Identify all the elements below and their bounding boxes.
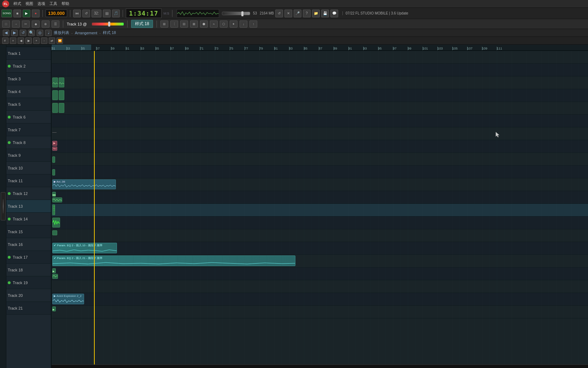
draw-tool-btn[interactable]: □ [2,21,10,28]
menu-item-options[interactable]: 选项 [37,1,45,6]
beat-display[interactable]: 32: [92,10,101,17]
clip-20-1[interactable]: ▶ Avicii Explosion 2_2 [52,294,84,304]
track-row-4[interactable]: Track 4 [6,85,51,98]
grid-row-18[interactable]: ▶ [52,268,588,280]
loop-region-btn[interactable]: ⇌ [49,38,55,44]
grid-row-6[interactable] [52,115,588,127]
tool-2[interactable]: × [10,38,16,44]
mic-btn[interactable]: 🎤 [294,10,301,17]
grid-row-8[interactable]: ▶ [52,140,588,153]
zoom-out-btn[interactable]: - [41,38,47,44]
nav-search-btn[interactable]: 🔍 [28,30,35,36]
grid-row-5[interactable] [52,102,588,115]
zoom-in-btn[interactable]: + [33,38,40,44]
h-scrollbar[interactable] [52,364,588,368]
clip-3-2[interactable] [59,77,64,87]
master-vol-slider[interactable] [222,12,250,15]
grid-row-9[interactable] [52,153,588,166]
grid-row-4[interactable] [52,89,588,102]
track-row-16[interactable]: Track 16 [6,238,51,251]
track-row-2[interactable]: Track 2 [6,60,51,73]
nav-metronome-btn[interactable]: ♩ [45,30,52,36]
fx-btn[interactable]: ⬢ [200,21,208,28]
grid-row-13[interactable] [52,204,588,217]
clip-17-eq[interactable]: ✔ Param. EQ 2 - 插入 21 - 频段 7 频率 [52,255,295,266]
clip-14-1[interactable] [52,218,60,228]
clip-12-1[interactable]: ▶▶ [52,192,56,197]
loop-button[interactable]: ↺ [82,10,90,17]
track-row-14[interactable]: Track 14 [6,213,51,225]
grid-btn[interactable]: ⊞ [160,21,168,28]
clip-9-1[interactable] [52,156,55,163]
track-row-6[interactable]: Track 6 [6,111,51,123]
grid-row-10[interactable] [52,166,588,178]
menu-item-tools[interactable]: 工具 [49,1,57,6]
track-row-21[interactable]: Track 21 [6,302,51,315]
clip-15-1[interactable] [52,230,57,235]
track-row-1[interactable]: Track 1 [6,47,51,60]
scroll-left-btn[interactable]: ◀ [18,38,24,44]
track-row-3[interactable]: Track 3 [6,73,51,85]
stop-button[interactable]: ■ [13,10,21,17]
track-row-17[interactable]: Track 17 [6,251,51,264]
clip-18-1[interactable]: ▶ [52,268,56,273]
punch-btn[interactable]: ▤ [103,10,111,17]
open-btn[interactable]: 📁 [312,10,320,17]
scroll-right-btn[interactable]: ▶ [25,38,32,44]
track-row-9[interactable]: Track 9 [6,149,51,162]
snap-btn[interactable]: ⋮ [170,21,178,28]
slip-tool-btn[interactable]: ☰ [52,21,59,28]
grid-row-20[interactable]: ▶ Avicii Explosion 2_2 [52,293,588,306]
knife-btn[interactable]: ✦ [230,21,237,28]
grid-row-15[interactable] [52,229,588,242]
merge-btn[interactable]: ⊟ [180,21,188,28]
undo-btn[interactable]: ↺ [275,10,283,17]
mute-tool-btn[interactable]: ⊕ [42,21,49,28]
eq-btn[interactable]: ≈ [210,21,218,28]
grid-row-14[interactable] [52,217,588,229]
song-mode-btn[interactable]: SONG [1,10,12,17]
grid-area[interactable]: ▶ ▶ Avi..08 [52,51,588,364]
grid-row-12[interactable]: ▶▶ [52,191,588,204]
clip-18-2[interactable] [52,274,58,279]
grid-row-21[interactable]: ▶ [52,306,588,318]
track-row-18[interactable]: Track 18 [6,264,51,276]
clip-4-1[interactable] [52,90,58,100]
clip-8-2[interactable] [52,146,57,151]
clip-11-1[interactable]: ▶ Avi..08 [52,179,116,189]
clip-16-eq[interactable]: ✔ Param. EQ 2 - 插入 10 - 频段 7 频率 [52,243,117,253]
grid-row-11[interactable]: ▶ Avi..08 [52,178,588,191]
clip-3-1[interactable] [52,77,58,87]
metro-btn[interactable]: 🎵 [112,10,120,17]
track-volume-fader[interactable] [92,23,124,25]
menu-item-help[interactable]: 帮助 [61,1,69,6]
breadcrumb-item-1[interactable]: 播放列表 [54,30,69,35]
nav-forward-btn[interactable]: ▶ [11,30,18,36]
grid-row-2[interactable] [52,64,588,76]
tool-1[interactable]: # [2,38,8,44]
ruler[interactable]: 5153555759616365676971737577798183858789… [52,45,588,51]
arrow-tool-btn[interactable]: → [12,21,20,28]
track-row-13[interactable]: Track 13 [6,200,51,213]
breadcrumb-item-2[interactable]: Arrangement [75,31,98,35]
clip-5-1[interactable] [52,103,58,113]
save-btn[interactable]: 💾 [321,10,329,17]
track-row-5[interactable]: Track 5 [6,98,51,111]
grid-row-19[interactable] [52,280,588,293]
menu-item-view[interactable]: 视图 [25,1,33,6]
clip-21-1[interactable]: ▶ [52,306,56,311]
track-row-10[interactable]: Track 10 [6,162,51,174]
clip-13-1[interactable] [52,205,55,215]
clip-12-2[interactable] [52,197,62,202]
menu-item-style[interactable]: 样式 [13,1,21,6]
grid-row-7[interactable] [52,127,588,140]
play-button[interactable]: ▶ [23,10,30,17]
pattern-name-badge[interactable]: 样式 18 [131,20,153,28]
track-row-15[interactable]: Track 15 [6,225,51,238]
clip-8-1[interactable]: ▶ [52,141,57,146]
stamp-btn[interactable]: ⬡ [220,21,228,28]
breadcrumb-item-3[interactable]: 样式 18 [103,30,116,35]
track-row-11[interactable]: Track 11 [6,174,51,187]
upload-btn[interactable]: ↑ [249,21,257,28]
track-row-20[interactable]: Track 20 [6,289,51,302]
